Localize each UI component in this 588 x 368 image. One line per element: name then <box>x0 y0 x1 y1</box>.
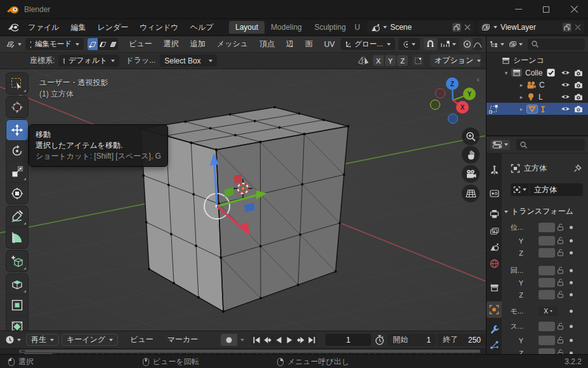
viewlayer-selector[interactable]: ViewLayer <box>478 21 584 34</box>
object-name-value[interactable]: 立方体 <box>530 185 557 195</box>
tool-scale[interactable] <box>6 162 28 183</box>
collapse-triangle-icon[interactable]: ▾ <box>503 70 509 76</box>
object-id-dropdown[interactable] <box>511 183 530 196</box>
workspace-tab-modeling[interactable]: Modeling <box>265 21 308 34</box>
viewlayer-name[interactable]: ViewLayer <box>500 23 559 32</box>
face-select-button[interactable] <box>108 38 118 50</box>
workspace-tab-uv-truncated[interactable]: U <box>352 21 365 34</box>
location-x-field[interactable] <box>539 223 555 232</box>
rotation-z-field[interactable] <box>539 290 555 299</box>
mirror-x-button[interactable]: X <box>373 55 384 66</box>
outliner-row-camera[interactable]: ▸ C <box>487 79 588 91</box>
axis-neg-y-ball[interactable] <box>430 100 440 110</box>
tool-annotate[interactable] <box>6 206 28 227</box>
navigation-gizmo[interactable]: Z Y X <box>428 75 478 126</box>
location-y-field[interactable] <box>539 236 555 246</box>
collection-label[interactable]: Colle <box>525 69 542 77</box>
outliner-row-cube-selected[interactable]: ▸ <box>487 103 588 115</box>
outliner-row-scene-collection[interactable]: シーンコ <box>487 55 588 67</box>
menu-uv[interactable]: UV <box>318 40 341 49</box>
pivot-point-dropdown[interactable] <box>398 38 420 50</box>
transform-row-location-y[interactable]: Y <box>502 235 588 246</box>
transform-row-scale-x[interactable]: ス... <box>502 321 588 332</box>
transform-row-scale-y[interactable]: Y <box>502 335 588 346</box>
animate-dot[interactable] <box>570 281 573 284</box>
lock-open-icon[interactable] <box>557 336 564 344</box>
proportional-falloff-button[interactable] <box>473 38 482 50</box>
lock-open-icon[interactable] <box>557 291 564 298</box>
rotation-mode-dropdown[interactable]: X <box>539 306 558 316</box>
tool-transform[interactable] <box>6 183 28 204</box>
transform-row-location-x[interactable]: 位... <box>502 222 588 233</box>
light-label[interactable]: L <box>539 93 543 102</box>
tool-extrude-region[interactable] <box>6 274 28 295</box>
tool-select-box[interactable] <box>6 73 28 94</box>
viewport-canvas[interactable] <box>0 69 486 331</box>
menu-mesh[interactable]: メッシュ <box>211 39 254 49</box>
tab-collection[interactable] <box>487 280 502 294</box>
pan-view-button[interactable] <box>462 146 480 164</box>
new-scene-icon[interactable] <box>452 23 461 32</box>
tool-bevel[interactable] <box>6 316 28 331</box>
menu-help[interactable]: ヘルプ <box>185 22 219 33</box>
viewport-3d[interactable]: ユーザー・透視投影 (1) 立方体 移動 選択 <box>0 69 486 331</box>
lock-open-icon[interactable] <box>557 279 564 286</box>
axis-y-ball[interactable]: Y <box>463 88 476 100</box>
menu-vertex[interactable]: 頂点 <box>254 39 280 49</box>
tool-cursor[interactable] <box>6 96 28 117</box>
tab-scene[interactable] <box>487 240 502 254</box>
properties-editor-type-button[interactable] <box>490 140 510 150</box>
select-tool-dropdown[interactable]: Select Box <box>160 55 217 67</box>
tab-world[interactable] <box>487 256 502 270</box>
camera-label[interactable]: C <box>539 81 545 89</box>
edge-select-button[interactable] <box>98 38 108 50</box>
jump-to-end-button[interactable] <box>306 334 317 346</box>
transform-row-rotation-z[interactable]: Z <box>502 289 588 300</box>
checkbox-icon[interactable] <box>547 69 555 77</box>
expand-triangle-icon[interactable]: ▸ <box>518 106 525 112</box>
frame-end-field[interactable]: 終了 250 <box>438 334 486 346</box>
options-dropdown[interactable]: オプション <box>430 55 481 67</box>
expand-triangle-icon[interactable]: ▸ <box>518 94 525 100</box>
scale-z-field[interactable] <box>539 348 555 354</box>
tool-add-cube[interactable] <box>6 251 28 272</box>
outliner-editor-type-button[interactable] <box>490 41 504 48</box>
menu-select[interactable]: 選択 <box>158 39 185 49</box>
zoom-view-button[interactable] <box>462 128 480 145</box>
lock-open-icon[interactable] <box>557 349 564 354</box>
transform-row-rotation-mode[interactable]: モ... X <box>502 306 588 317</box>
tool-rotate[interactable] <box>6 141 28 162</box>
proportional-editing-button[interactable] <box>463 38 472 50</box>
outliner-filter-button[interactable] <box>508 41 523 48</box>
use-preview-range-button[interactable] <box>373 335 386 345</box>
camera-view-button[interactable] <box>462 165 480 183</box>
menu-file[interactable]: ファイル <box>22 22 65 33</box>
workspace-tab-sculpting[interactable]: Sculpting <box>308 21 352 34</box>
outliner-row-light[interactable]: ▸ L <box>487 91 588 103</box>
animate-dot[interactable] <box>570 239 573 242</box>
prev-keyframe-button[interactable] <box>263 334 273 346</box>
tab-tool[interactable] <box>487 163 502 177</box>
animate-dot[interactable] <box>570 325 573 328</box>
playback-popover[interactable]: 再生 <box>26 334 59 346</box>
lock-open-icon[interactable] <box>557 266 564 274</box>
scale-x-field[interactable] <box>539 322 555 331</box>
current-frame-field[interactable]: 1 <box>325 334 372 346</box>
mirror-y-button[interactable]: Y <box>385 55 396 66</box>
remove-viewlayer-icon[interactable] <box>575 24 581 30</box>
keying-popover[interactable]: キーイング <box>62 334 118 346</box>
menu-add[interactable]: 追加 <box>185 39 211 49</box>
workspace-tab-layout[interactable]: Layout <box>229 21 265 34</box>
transform-row-rotation-y[interactable]: Y <box>502 277 588 288</box>
minimize-button[interactable] <box>504 0 532 19</box>
menu-window[interactable]: ウィンドウ <box>134 22 184 33</box>
transform-orientation-dropdown[interactable]: グロー... <box>341 38 395 50</box>
tool-measure[interactable] <box>6 227 28 248</box>
location-z-field[interactable] <box>539 248 555 258</box>
animate-dot[interactable] <box>570 269 573 272</box>
axis-x-ball[interactable]: X <box>456 101 469 114</box>
render-visibility-icon[interactable] <box>574 93 583 100</box>
tab-object[interactable] <box>487 301 502 318</box>
hide-eye-icon[interactable] <box>561 93 570 100</box>
close-button[interactable] <box>560 0 588 19</box>
